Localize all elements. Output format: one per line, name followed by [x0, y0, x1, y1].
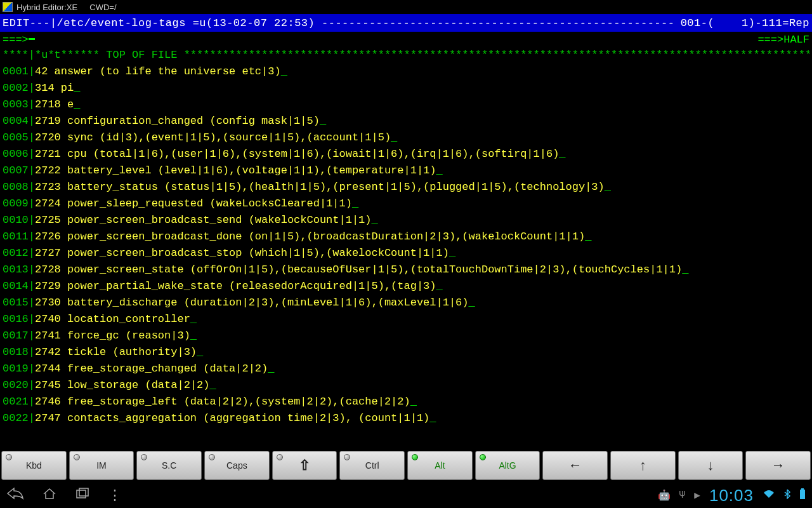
arrow-right-button[interactable]: → — [745, 451, 811, 480]
menu-icon[interactable]: ⋮ — [108, 487, 122, 504]
arrow-down-button[interactable]: ↓ — [678, 451, 743, 480]
android-navbar: ⋮ 🤖 Ψ ▶ 10:03 — [0, 483, 812, 508]
im-button[interactable]: IM — [69, 451, 134, 480]
svg-rect-0 — [77, 490, 86, 498]
sc-button[interactable]: S.C — [136, 451, 202, 480]
editor-line[interactable]: 0005|2720 sync (id|3),(event|1|5),(sourc… — [3, 130, 809, 146]
wifi-icon — [763, 489, 775, 502]
editor-status-bar: EDIT---|/etc/event-log-tags =u(13-02-07 … — [0, 14, 812, 32]
command-line[interactable]: ===> ===>HALF — [0, 32, 812, 47]
home-icon[interactable] — [42, 487, 57, 504]
editor-area[interactable]: ****|*u*t****** TOP OF FILE ************… — [0, 47, 812, 448]
editor-line[interactable]: 0012|2727 power_screen_broadcast_stop (w… — [3, 245, 809, 262]
soft-key-toolbar: Kbd IM S.C Caps ⇧ Ctrl Alt AltG ← ↑ ↓ → — [0, 448, 812, 483]
top-of-file-marker: ****|*u*t****** TOP OF FILE ************… — [3, 47, 809, 64]
editor-line[interactable]: 0006|2721 cpu (total|1|6),(user|1|6),(sy… — [3, 146, 809, 163]
battery-icon — [799, 488, 806, 503]
cwd-label: CWD=/ — [89, 3, 116, 12]
play-icon: ▶ — [694, 489, 700, 502]
app-title: Hybrid Editor:XE — [16, 3, 77, 12]
editor-line[interactable]: 0001|42 answer (to life the universe etc… — [3, 64, 809, 80]
editor-line[interactable]: 0019|2744 free_storage_changed (data|2|2… — [3, 361, 809, 377]
app-icon — [3, 2, 13, 12]
arrow-up-button[interactable]: ↑ — [610, 451, 676, 480]
editor-line[interactable]: 0008|2723 battery_status (status|1|5),(h… — [3, 179, 809, 196]
cmd-prompt: ===> — [3, 34, 29, 46]
ctrl-button[interactable]: Ctrl — [339, 451, 405, 480]
editor-line[interactable]: 0016|2740 location_controller_ — [3, 311, 809, 328]
editor-line[interactable]: 0022|2747 contacts_aggregation (aggregat… — [3, 410, 809, 427]
back-icon[interactable] — [6, 487, 24, 504]
status-right: 001-( 1)-111=Rep — [674, 17, 809, 29]
status-left: EDIT---|/etc/event-log-tags =u(13-02-07 … — [3, 17, 322, 29]
caps-button[interactable]: Caps — [204, 451, 270, 480]
editor-line[interactable]: 0015|2730 battery_discharge (duration|2|… — [3, 295, 809, 311]
usb-icon: Ψ — [679, 490, 686, 501]
editor-line[interactable]: 0017|2741 force_gc (reason|3)_ — [3, 328, 809, 344]
editor-line[interactable]: 0014|2729 power_partial_wake_state (rele… — [3, 278, 809, 295]
svg-rect-1 — [79, 488, 88, 496]
editor-line[interactable]: 0013|2728 power_screen_state (offOrOn|1|… — [3, 262, 809, 278]
editor-line[interactable]: 0004|2719 configuration_changed (config … — [3, 113, 809, 130]
alt-button[interactable]: Alt — [407, 451, 473, 480]
svg-rect-2 — [800, 490, 805, 499]
arrow-left-button[interactable]: ← — [542, 451, 608, 480]
recents-icon[interactable] — [75, 487, 90, 504]
bluetooth-icon — [784, 489, 790, 502]
editor-line[interactable]: 0011|2726 power_screen_broadcast_done (o… — [3, 229, 809, 245]
clock: 10:03 — [709, 486, 754, 505]
editor-line[interactable]: 0003|2718 e_ — [3, 97, 809, 113]
cursor — [29, 38, 35, 40]
cmd-right: ===>HALF — [757, 34, 809, 46]
kbd-button[interactable]: Kbd — [1, 451, 67, 480]
editor-line[interactable]: 0010|2725 power_screen_broadcast_send (w… — [3, 212, 809, 229]
window-titlebar: Hybrid Editor:XE CWD=/ — [0, 0, 812, 14]
editor-line[interactable]: 0020|2745 low_storage (data|2|2)_ — [3, 377, 809, 394]
editor-line[interactable]: 0002|314 pi_ — [3, 80, 809, 97]
editor-line[interactable]: 0009|2724 power_sleep_requested (wakeLoc… — [3, 196, 809, 212]
editor-line[interactable]: 0021|2746 free_storage_left (data|2|2),(… — [3, 394, 809, 410]
status-dashes: ----------------------------------------… — [322, 17, 674, 29]
svg-rect-3 — [801, 488, 804, 490]
shift-button[interactable]: ⇧ — [272, 451, 337, 480]
editor-line[interactable]: 0007|2722 battery_level (level|1|6),(vol… — [3, 163, 809, 179]
editor-line[interactable]: 0018|2742 tickle (authority|3)_ — [3, 344, 809, 361]
altg-button[interactable]: AltG — [475, 451, 540, 480]
android-icon: 🤖 — [658, 489, 671, 502]
